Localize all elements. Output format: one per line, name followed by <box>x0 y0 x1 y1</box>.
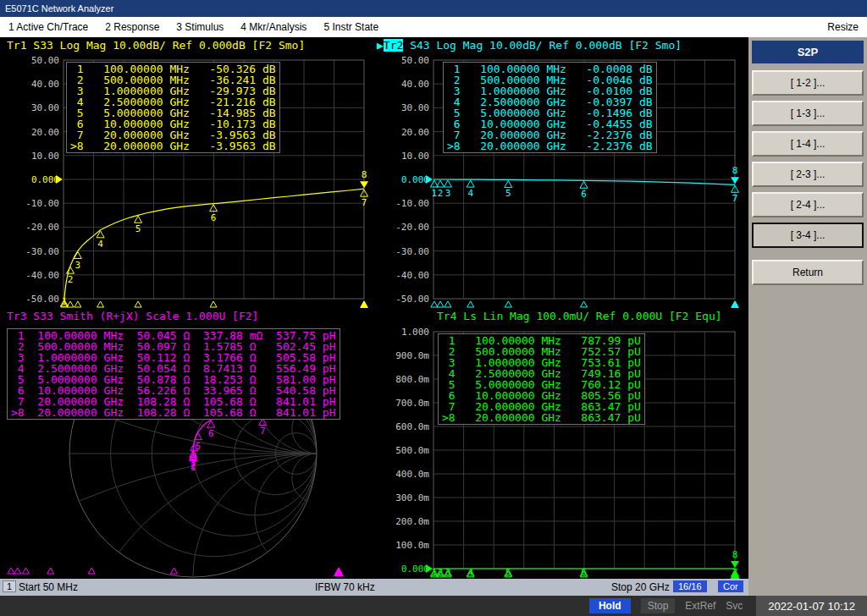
stop-frequency-label: Stop 20 GHz <box>611 581 670 593</box>
svg-text:7: 7 <box>732 193 738 204</box>
title-bar: E5071C Network Analyzer <box>0 0 867 17</box>
trace-panel-tr2[interactable]: 50.0040.0030.0020.0010.000.000-10.00-20.… <box>375 37 748 308</box>
y-tick-label: -10.00 <box>25 198 59 209</box>
softkey-2-3[interactable]: [ 2-3 ]... <box>752 162 864 187</box>
resize-button[interactable]: Resize <box>827 21 859 33</box>
svg-text:6: 6 <box>208 428 214 439</box>
marker-6: 6 <box>207 421 215 439</box>
stimulus-marker <box>431 301 438 307</box>
trace-name: Tr4 <box>437 310 456 322</box>
svg-text:1: 1 <box>432 188 438 199</box>
stimulus-marker <box>97 301 104 307</box>
extref-indicator: ExtRef <box>685 600 715 612</box>
svg-text:2: 2 <box>438 567 444 578</box>
stimulus-marker <box>171 568 178 574</box>
svg-text:4: 4 <box>97 239 103 250</box>
y-tick-label: 400.0m <box>395 469 429 480</box>
trace-panel-tr1[interactable]: 50.0040.0030.0020.0010.000.000-10.00-20.… <box>0 37 375 308</box>
stimulus-marker <box>581 301 588 307</box>
svg-text:5: 5 <box>505 188 511 199</box>
softkey-1-4[interactable]: [ 1-4 ]... <box>752 131 864 157</box>
menu-stimulus[interactable]: 3 Stimulus <box>176 21 224 33</box>
channel-indicator: 1 <box>3 580 16 592</box>
svg-text:2: 2 <box>68 274 74 285</box>
stimulus-marker <box>75 301 81 307</box>
marker-8: 8 <box>731 165 739 184</box>
softkey-1-2[interactable]: [ 1-2 ]... <box>752 70 864 96</box>
svg-text:5: 5 <box>135 223 141 234</box>
stimulus-marker <box>437 301 444 307</box>
instrument-status-bar: Hold Stop ExtRef Svc 2022-01-07 10:12 <box>0 596 867 616</box>
svg-text:5: 5 <box>196 441 202 452</box>
menu-instr-state[interactable]: 5 Instr State <box>323 21 378 33</box>
trace-title-tr4[interactable]: Tr4 Ls Lin Mag 100.0mU/ Ref 0.000U [F2 E… <box>437 310 722 322</box>
svg-text:5: 5 <box>505 567 511 578</box>
trace-name: Tr2 <box>384 39 403 52</box>
ref-level-arrow <box>426 175 433 184</box>
trace-panel-tr4[interactable]: 1.000900.0m800.0m700.0m600.0m500.0m400.0… <box>375 308 748 579</box>
trace-format: S33 Smith (R+jX) Scale 1.000U [F2] <box>26 310 258 322</box>
y-tick-label: 20.00 <box>31 127 59 138</box>
stimulus-marker <box>467 301 474 307</box>
svg-text:8: 8 <box>362 169 367 180</box>
y-tick-label: 100.0m <box>395 540 429 551</box>
y-tick-label: 200.0m <box>395 516 429 527</box>
marker-row: >8 20.000000 GHz -2.2376 dB <box>447 140 653 151</box>
marker-table-tr3[interactable]: 1 100.00000 MHz 50.045 Ω 337.88 mΩ 537.7… <box>7 328 340 420</box>
marker-8: 8 <box>360 169 368 188</box>
marker-2: 2 <box>67 267 75 285</box>
y-tick-label: -40.00 <box>395 270 429 281</box>
start-frequency-label: Start 50 MHz <box>19 581 78 593</box>
y-tick-label: 40.00 <box>401 79 429 90</box>
softkey-return[interactable]: Return <box>752 260 864 285</box>
y-tick-label: 600.0m <box>395 421 429 432</box>
stimulus-marker <box>14 568 21 574</box>
stimulus-marker <box>88 568 95 574</box>
y-tick-label: -30.00 <box>25 246 59 257</box>
trace-name: Tr1 <box>7 39 26 52</box>
y-tick-label: -30.00 <box>395 246 429 257</box>
y-tick-label: 0.000 <box>401 174 429 185</box>
stimulus-marker <box>445 301 451 307</box>
menu-response[interactable]: 2 Response <box>105 21 159 33</box>
svg-text:7: 7 <box>362 197 367 208</box>
marker-table-tr1[interactable]: 1 100.00000 MHz -50.326 dB 2 500.00000 M… <box>66 62 280 153</box>
y-tick-label: -50.00 <box>25 294 59 305</box>
svg-text:6: 6 <box>211 212 217 223</box>
datetime-display: 2022-01-07 10:12 <box>756 596 867 616</box>
marker-row: >8 20.000000 GHz 108.28 Ω 105.68 Ω 841.0… <box>11 407 336 418</box>
softkey-sidebar: S2P [ 1-2 ]... [ 1-3 ]... [ 1-4 ]... [ 2… <box>748 37 867 596</box>
svg-text:7: 7 <box>260 426 266 437</box>
svg-text:4: 4 <box>467 567 473 578</box>
trace-title-tr3[interactable]: Tr3 S33 Smith (R+jX) Scale 1.000U [F2] <box>7 310 258 322</box>
y-tick-label: -20.00 <box>25 222 59 233</box>
menu-active-ch-trace[interactable]: 1 Active Ch/Trace <box>8 21 88 33</box>
window-title: E5071C Network Analyzer <box>5 3 113 14</box>
trace-format: S43 Log Mag 10.00dB/ Ref 0.000dB [F2 Smo… <box>403 39 682 52</box>
points-badge: 16/16 <box>673 580 707 592</box>
svg-text:3: 3 <box>445 567 451 578</box>
softkey-1-3[interactable]: [ 1-3 ]... <box>752 101 864 126</box>
softkey-3-4[interactable]: [ 3-4 ]... <box>752 223 864 248</box>
trace-panel-tr3[interactable]: 12345678Tr3 S33 Smith (R+jX) Scale 1.000… <box>0 308 375 579</box>
svg-text:8: 8 <box>732 165 738 176</box>
marker-5: 5 <box>135 216 142 234</box>
active-trace-arrow-icon: ▶ <box>377 39 384 52</box>
softkey-2-4[interactable]: [ 2-4 ]... <box>752 192 864 217</box>
y-tick-label: 1.000 <box>401 327 429 338</box>
marker-row: >8 20.000000 GHz -3.9563 dB <box>70 140 276 151</box>
trace-title-tr1[interactable]: Tr1 S33 Log Mag 10.00dB/ Ref 0.000dB [F2… <box>7 39 305 52</box>
y-tick-label: 10.00 <box>31 151 59 162</box>
y-tick-label: 20.00 <box>401 127 429 138</box>
svc-indicator: Svc <box>726 600 743 612</box>
marker-8: 8 <box>731 549 739 568</box>
marker-table-tr2[interactable]: 1 100.00000 MHz -0.0008 dB 2 500.00000 M… <box>443 62 657 153</box>
y-tick-label: -20.00 <box>395 222 429 233</box>
marker-5: 5 <box>505 180 512 199</box>
menu-mkr-analysis[interactable]: 4 Mkr/Analysis <box>240 21 306 33</box>
correction-badge: Cor <box>718 580 743 592</box>
ifbw-label: IFBW 70 kHz <box>315 581 375 593</box>
marker-table-tr4[interactable]: 1 100.00000 MHz 787.99 pU 2 500.00000 MH… <box>438 333 645 425</box>
trace-title-tr2[interactable]: ▶Tr2 S43 Log Mag 10.00dB/ Ref 0.000dB [F… <box>377 39 682 52</box>
y-tick-label: 800.0m <box>395 374 429 385</box>
